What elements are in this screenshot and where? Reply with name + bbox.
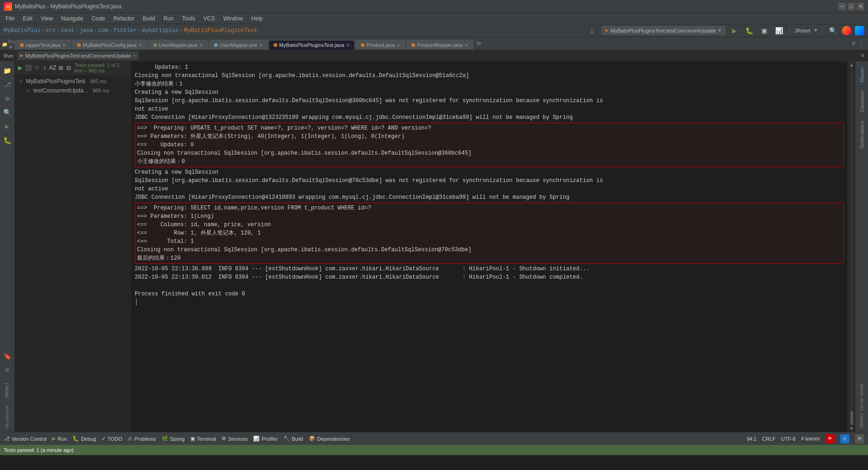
- profile-button[interactable]: 📊: [774, 25, 785, 36]
- tab-mybatisplusplugins-active[interactable]: MyBatisPlusPluginsTest.java ✕: [268, 40, 355, 50]
- notifications-button[interactable]: [855, 26, 864, 35]
- run-tab[interactable]: ▶ MyBatisPlusPluginsTest.testConcurrentU…: [17, 51, 138, 60]
- menu-edit[interactable]: Edit: [19, 14, 36, 23]
- run-settings-icon[interactable]: ⚙: [861, 52, 864, 59]
- run-item[interactable]: ▶ Run: [52, 436, 67, 442]
- run-icon: ▶: [52, 436, 56, 442]
- tab-close[interactable]: ✕: [346, 43, 350, 48]
- breadcrumb-src[interactable]: src: [46, 27, 56, 34]
- menu-tools[interactable]: Tools: [178, 14, 199, 23]
- project-toggle[interactable]: 📁 Project ▼: [2, 39, 15, 50]
- maximize-button[interactable]: □: [848, 3, 855, 10]
- problems-item[interactable]: ⚠ Problems: [128, 436, 156, 442]
- search-button[interactable]: 🔍: [827, 25, 838, 36]
- breadcrumb-java[interactable]: java: [79, 27, 93, 34]
- user-avatar[interactable]: [842, 26, 851, 35]
- sidebar-bookmarks-icon[interactable]: 🔖: [2, 351, 13, 362]
- minimize-button[interactable]: ─: [838, 3, 846, 10]
- stop-button[interactable]: ⬛: [25, 63, 32, 73]
- scroll-up-button[interactable]: ▲: [849, 62, 854, 67]
- more-tabs[interactable]: ≫: [474, 40, 484, 50]
- structure-sidebar[interactable]: Structure: [5, 404, 10, 430]
- sidebar-search-icon[interactable]: 🔍: [2, 107, 13, 118]
- console-line: 小王修改的结果：0: [137, 157, 842, 166]
- profiler-item[interactable]: 📊 Profiler: [253, 436, 278, 442]
- breadcrumb-class[interactable]: MyBatisPlusPluginsTest: [184, 27, 257, 34]
- build-item[interactable]: 🔨 Build: [283, 436, 303, 442]
- test-method-item[interactable]: ✓ testConcurrentUpda... 985 ms: [15, 86, 131, 95]
- share-badge[interactable]: 付: [855, 434, 864, 444]
- breadcrumb-fickler[interactable]: fickler: [113, 27, 137, 34]
- scroll-down-button[interactable]: ▼: [849, 426, 854, 431]
- platform-badge[interactable]: 公: [840, 434, 849, 444]
- database-tab[interactable]: Database: [857, 87, 867, 116]
- menu-window[interactable]: Window: [220, 14, 247, 23]
- notifications-tab[interactable]: Notifications: [857, 117, 867, 152]
- tab-usermapper[interactable]: UserMapper.java ✕: [148, 40, 208, 50]
- rerun-failed-button[interactable]: ↺: [33, 63, 40, 73]
- sort-button[interactable]: ↕: [41, 63, 48, 73]
- breadcrumb-test[interactable]: test: [61, 27, 74, 34]
- services-item[interactable]: ⚙ Services: [222, 436, 248, 442]
- todo-item[interactable]: ✓ TODO: [102, 436, 123, 442]
- tab-close[interactable]: ✕: [464, 43, 468, 48]
- breadcrumb-project[interactable]: MyBatisPlus: [4, 27, 40, 34]
- tab-close[interactable]: ✕: [199, 43, 203, 48]
- close-button[interactable]: ✕: [857, 3, 864, 10]
- console-line: SqlSession [org.apache.ibatis.session.de…: [135, 97, 844, 105]
- menu-run[interactable]: Run: [160, 14, 177, 23]
- csdn-badge[interactable]: 中: [825, 434, 835, 444]
- problems-label: Problems: [134, 436, 156, 442]
- version-control-item[interactable]: ⎇ Version Control: [4, 436, 46, 442]
- tab-productmapper[interactable]: ProductMapper.java ✕: [406, 40, 473, 50]
- sidebar-debug-icon[interactable]: 🐛: [2, 135, 13, 146]
- tab-mybatisplusconfig[interactable]: MyBatisPlusConfig.java ✕: [72, 40, 147, 50]
- tab-close[interactable]: ✕: [259, 43, 262, 48]
- maven-tab[interactable]: Maven: [857, 63, 867, 86]
- tab-close[interactable]: ✕: [397, 43, 400, 48]
- run-tab-close[interactable]: ✕: [133, 53, 136, 59]
- debug-item[interactable]: 🐛 Debug: [72, 436, 96, 442]
- menu-navigate[interactable]: Navigate: [58, 14, 87, 23]
- terminal-item[interactable]: ▣ Terminal: [190, 436, 216, 442]
- run-config-selector[interactable]: ▶ MyBatisPlusPluginsTest.testConcurrentU…: [601, 26, 725, 35]
- encoding[interactable]: UTF-8: [781, 436, 796, 442]
- dependencies-item[interactable]: 📦 Dependencies: [309, 436, 350, 442]
- sidebar-vcs-icon[interactable]: ⎇: [2, 79, 13, 90]
- menu-view[interactable]: View: [37, 14, 57, 23]
- jrebel-setup-tab[interactable]: JRebel Setup Guide: [860, 381, 864, 430]
- tab-usermapperxml[interactable]: UserMapper.xml ✕: [209, 40, 268, 50]
- tab-product[interactable]: Product.java ✕: [356, 40, 405, 50]
- sidebar-run-icon[interactable]: ▶: [2, 121, 13, 132]
- indent[interactable]: 4 spaces: [801, 436, 820, 441]
- console-line: ==> Parameters: 外星人笔记本(String), 40(Integ…: [137, 132, 842, 141]
- menu-refactor[interactable]: Refactor: [110, 14, 138, 23]
- breadcrumb-com[interactable]: com: [98, 27, 108, 34]
- tab-close[interactable]: ✕: [62, 43, 66, 48]
- menu-file[interactable]: File: [2, 14, 18, 23]
- menu-vcs[interactable]: VCS: [200, 14, 219, 23]
- collapse-all-button[interactable]: ⊟: [65, 63, 72, 73]
- jrebel-sidebar[interactable]: JRebel: [5, 380, 10, 401]
- vcs-update-button[interactable]: ↓: [587, 25, 598, 36]
- sidebar-project-icon[interactable]: 📁: [2, 65, 13, 76]
- breadcrumb-mybatisplus[interactable]: mybatisplus: [142, 27, 179, 34]
- spring-item[interactable]: 🌿 Spring: [162, 436, 185, 442]
- tab-close[interactable]: ✕: [138, 43, 142, 48]
- crlf[interactable]: CRLF: [762, 436, 776, 442]
- sort-alpha-button[interactable]: AZ: [49, 63, 56, 73]
- expand-all-button[interactable]: ⊞: [57, 63, 64, 73]
- coverage-button[interactable]: ▣: [759, 25, 770, 36]
- test-class-item[interactable]: ✓ MyBatisPlusPluginsTest 985 ms: [15, 77, 131, 86]
- sidebar-settings-icon[interactable]: ⚙: [2, 93, 13, 104]
- menu-help[interactable]: Help: [248, 14, 267, 23]
- tab-rappertest[interactable]: rapperTest.java ✕: [15, 40, 71, 50]
- tab-settings[interactable]: ⚙ ⋮: [850, 40, 866, 50]
- debug-button[interactable]: 🐛: [744, 25, 755, 36]
- rerun-button[interactable]: ▶: [17, 63, 24, 73]
- scroll-thumb[interactable]: [850, 411, 853, 425]
- menu-code[interactable]: Code: [88, 14, 109, 23]
- menu-build[interactable]: Build: [139, 14, 159, 23]
- sidebar-structure-icon[interactable]: ≡: [2, 365, 13, 376]
- run-button[interactable]: ▶: [729, 25, 740, 36]
